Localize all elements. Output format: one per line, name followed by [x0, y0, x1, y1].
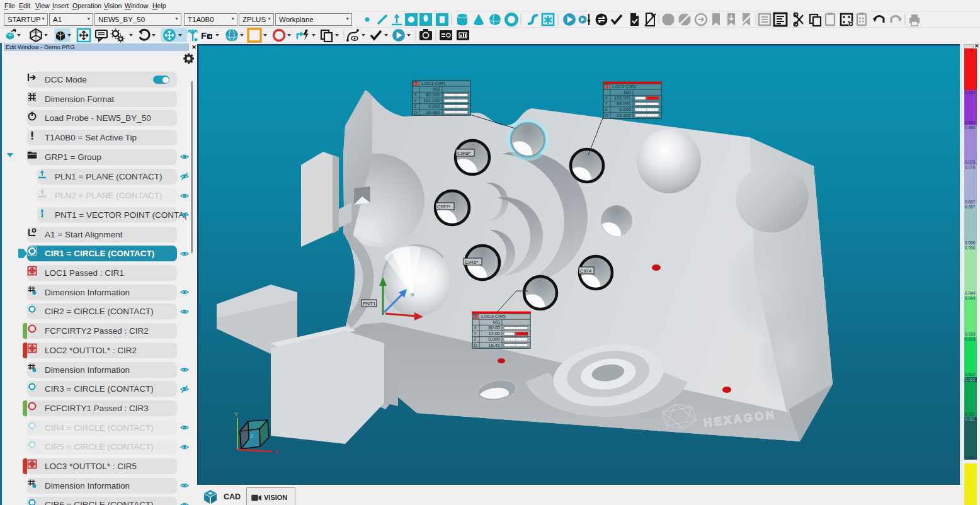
svg-text:Y: Y: [414, 98, 417, 103]
svg-text:X: X: [474, 325, 477, 331]
svg-text:CIR6*: CIR6*: [465, 259, 478, 265]
svg-text:Z: Z: [414, 103, 417, 109]
svg-text:16.400: 16.400: [426, 110, 440, 115]
svg-text:MS: MS: [493, 319, 500, 325]
svg-text:CIR4: CIR4: [580, 268, 592, 274]
svg-text:X: X: [414, 92, 417, 98]
svg-text:101.000: 101.000: [423, 98, 440, 103]
svg-text:PNT1: PNT1: [363, 301, 376, 307]
svg-text:D: D: [474, 343, 477, 348]
svg-text:X: X: [605, 95, 608, 101]
svg-text:MS: MS: [624, 89, 631, 95]
svg-text:X: X: [275, 449, 278, 455]
svg-text:16.400: 16.400: [617, 113, 631, 118]
svg-text:80.000: 80.000: [426, 92, 440, 98]
svg-text:0.000: 0.000: [428, 103, 440, 109]
svg-text:108.991: 108.991: [614, 95, 631, 101]
svg-text:CIR7*: CIR7*: [437, 204, 450, 210]
svg-text:0.000: 0.000: [488, 336, 500, 342]
svg-text:LOC3 CIR5: LOC3 CIR5: [481, 314, 506, 319]
svg-text:Y: Y: [234, 411, 238, 417]
svg-text:Z: Z: [250, 433, 253, 439]
svg-text:D: D: [605, 113, 608, 118]
svg-text:80.00: 80.00: [488, 325, 500, 331]
svg-text:17.00: 17.00: [488, 331, 500, 336]
svg-text:MS: MS: [433, 86, 440, 92]
svg-text:Y: Y: [605, 101, 608, 106]
svg-text:F: F: [201, 30, 207, 41]
svg-text:Z: Z: [605, 106, 608, 112]
svg-text:CIR8*: CIR8*: [457, 150, 470, 156]
svg-text:Y: Y: [474, 331, 477, 336]
svg-text:LOC1 CIR1: LOC1 CIR1: [421, 81, 446, 86]
svg-text:0.000: 0.000: [619, 106, 631, 112]
svg-text:D: D: [414, 110, 418, 115]
svg-text:88.991: 88.991: [617, 101, 631, 106]
svg-text:16.40: 16.40: [488, 343, 500, 348]
svg-text:LOC2 CIR2: LOC2 CIR2: [612, 84, 637, 89]
svg-text:∗: ∗: [543, 13, 554, 26]
svg-text:Z: Z: [474, 336, 477, 342]
